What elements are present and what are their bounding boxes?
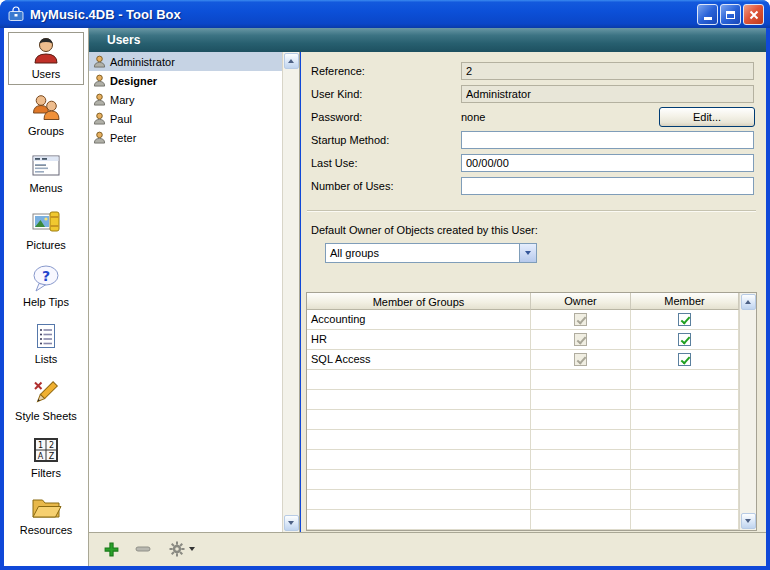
divider bbox=[307, 210, 756, 212]
user-kind-field bbox=[461, 85, 754, 103]
svg-text:1: 1 bbox=[38, 441, 43, 450]
sidebar-item-label: Menus bbox=[29, 182, 62, 194]
remove-user-button[interactable] bbox=[135, 544, 151, 554]
sidebar-item-users[interactable]: Users bbox=[8, 32, 84, 85]
default-owner-label: Default Owner of Objects created by this… bbox=[311, 224, 538, 236]
user-name: Designer bbox=[110, 75, 157, 87]
group-row[interactable]: HR bbox=[307, 330, 739, 350]
user-detail-panel: Reference: User Kind: Password: Startup … bbox=[301, 52, 766, 532]
menus-icon bbox=[30, 149, 62, 181]
app-icon bbox=[8, 6, 24, 22]
member-checkbox[interactable] bbox=[678, 353, 691, 366]
sidebar-item-filters[interactable]: 12AZ Filters bbox=[8, 431, 84, 484]
sidebar-item-style-sheets[interactable]: Style Sheets bbox=[8, 374, 84, 427]
member-cell[interactable] bbox=[631, 310, 739, 330]
close-icon bbox=[749, 10, 759, 20]
user-icon bbox=[93, 131, 106, 144]
empty-row bbox=[307, 490, 739, 510]
empty-row bbox=[307, 450, 739, 470]
help-tips-icon: ? bbox=[30, 263, 62, 295]
scroll-up-button[interactable] bbox=[741, 294, 756, 310]
member-cell[interactable] bbox=[631, 350, 739, 370]
minimize-button[interactable] bbox=[697, 4, 718, 25]
sidebar-item-label: Resources bbox=[20, 524, 73, 536]
empty-row bbox=[307, 410, 739, 430]
close-button[interactable] bbox=[743, 4, 764, 25]
lists-icon bbox=[30, 320, 62, 352]
user-name: Paul bbox=[110, 113, 132, 125]
sidebar-item-label: Pictures bbox=[26, 239, 66, 251]
member-cell[interactable] bbox=[631, 330, 739, 350]
scroll-up-button[interactable] bbox=[284, 53, 299, 69]
section-header: Users bbox=[89, 28, 766, 52]
number-of-uses-field[interactable] bbox=[461, 177, 754, 195]
action-menu-button[interactable] bbox=[169, 541, 195, 557]
users-icon bbox=[30, 35, 62, 67]
sidebar-item-label: Help Tips bbox=[23, 296, 69, 308]
filters-icon: 12AZ bbox=[30, 434, 62, 466]
arrow-down-icon bbox=[288, 521, 294, 525]
table-header: Member of Groups Owner Member bbox=[307, 293, 739, 310]
user-icon bbox=[93, 112, 106, 125]
sidebar-item-groups[interactable]: Groups bbox=[8, 89, 84, 142]
maximize-button[interactable] bbox=[720, 4, 741, 25]
caret-down-icon bbox=[189, 547, 195, 551]
reference-field bbox=[461, 62, 754, 80]
scroll-down-button[interactable] bbox=[284, 515, 299, 531]
column-header-member: Member bbox=[631, 293, 739, 310]
table-scrollbar[interactable] bbox=[739, 293, 756, 530]
startup-method-field[interactable] bbox=[461, 131, 754, 149]
empty-row bbox=[307, 390, 739, 410]
sidebar-item-lists[interactable]: Lists bbox=[8, 317, 84, 370]
sidebar-item-help-tips[interactable]: ? Help Tips bbox=[8, 260, 84, 313]
svg-text:2: 2 bbox=[49, 441, 54, 450]
user-list-item[interactable]: Designer bbox=[89, 71, 282, 90]
member-checkbox[interactable] bbox=[678, 313, 691, 326]
resources-icon bbox=[30, 491, 62, 523]
user-list-item[interactable]: Administrator bbox=[89, 52, 282, 71]
empty-row bbox=[307, 370, 739, 390]
user-list-item[interactable]: Paul bbox=[89, 109, 282, 128]
empty-row bbox=[307, 510, 739, 530]
edit-password-button[interactable]: Edit... bbox=[659, 107, 755, 127]
scroll-down-button[interactable] bbox=[741, 513, 756, 529]
chevron-down-icon bbox=[525, 251, 531, 255]
gear-icon bbox=[169, 541, 185, 557]
add-user-button[interactable] bbox=[103, 541, 120, 558]
groups-icon bbox=[30, 92, 62, 124]
user-list: Administrator Designer Mary Paul Peter bbox=[89, 52, 300, 532]
arrow-up-icon bbox=[745, 300, 751, 304]
user-name: Administrator bbox=[110, 56, 175, 68]
style-sheets-icon bbox=[30, 377, 62, 409]
member-checkbox[interactable] bbox=[678, 333, 691, 346]
sidebar-item-pictures[interactable]: Pictures bbox=[8, 203, 84, 256]
sidebar-item-label: Lists bbox=[35, 353, 58, 365]
number-of-uses-label: Number of Uses: bbox=[311, 180, 394, 192]
sidebar-item-label: Style Sheets bbox=[15, 410, 77, 422]
user-icon bbox=[93, 74, 106, 87]
user-name: Peter bbox=[110, 132, 136, 144]
default-owner-select[interactable]: All groups bbox=[325, 243, 537, 263]
maximize-icon bbox=[726, 11, 735, 19]
group-row[interactable]: Accounting bbox=[307, 310, 739, 330]
user-list-scrollbar[interactable] bbox=[282, 52, 299, 532]
sidebar-item-menus[interactable]: Menus bbox=[8, 146, 84, 199]
titlebar[interactable]: MyMusic.4DB - Tool Box bbox=[0, 0, 770, 28]
groups-table: Member of Groups Owner Member Accounting… bbox=[306, 292, 757, 531]
pictures-icon bbox=[30, 206, 62, 238]
user-list-item[interactable]: Peter bbox=[89, 128, 282, 147]
user-list-item[interactable]: Mary bbox=[89, 90, 282, 109]
dropdown-button[interactable] bbox=[519, 244, 536, 262]
owner-checkbox bbox=[574, 353, 587, 366]
group-row[interactable]: SQL Access bbox=[307, 350, 739, 370]
group-name-cell: SQL Access bbox=[307, 350, 531, 370]
sidebar-item-resources[interactable]: Resources bbox=[8, 488, 84, 541]
empty-row bbox=[307, 430, 739, 450]
password-value: none bbox=[461, 111, 485, 123]
sidebar-item-label: Users bbox=[32, 68, 61, 80]
user-icon bbox=[93, 55, 106, 68]
last-use-field[interactable] bbox=[461, 154, 754, 172]
svg-text:Z: Z bbox=[49, 452, 55, 461]
toolbox-window: MyMusic.4DB - Tool Box Users Groups Menu… bbox=[0, 0, 770, 570]
group-name-cell: HR bbox=[307, 330, 531, 350]
